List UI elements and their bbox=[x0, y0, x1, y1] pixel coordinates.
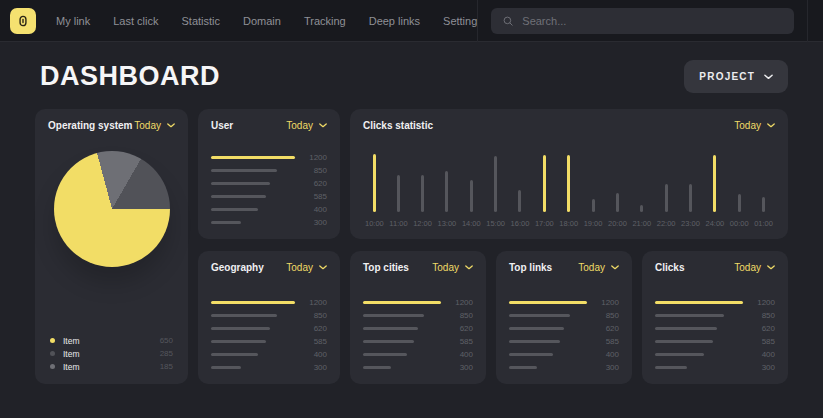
bar-value: 300 bbox=[751, 364, 775, 371]
card-header: User Today bbox=[211, 120, 327, 131]
bar bbox=[211, 366, 241, 369]
bar-value: 585 bbox=[751, 338, 775, 345]
bar bbox=[509, 366, 537, 369]
chevron-down-icon bbox=[767, 123, 775, 128]
bar-value: 620 bbox=[595, 325, 619, 332]
nav-link-my-link[interactable]: My link bbox=[56, 15, 90, 27]
nav-link-last-click[interactable]: Last click bbox=[113, 15, 158, 27]
clicks-bar-column: 12:00 bbox=[413, 175, 432, 228]
period-dropdown[interactable]: Today bbox=[734, 262, 775, 273]
time-label: 10:00 bbox=[365, 219, 384, 228]
bar-list: 1200850620585400300 bbox=[655, 299, 775, 373]
bar-value: 850 bbox=[751, 312, 775, 319]
legend-dot bbox=[50, 338, 55, 343]
card-title: Clicks bbox=[655, 262, 684, 273]
chevron-down-icon bbox=[465, 265, 473, 270]
bar-list: 1200850620585400300 bbox=[363, 299, 473, 373]
bar bbox=[616, 193, 619, 212]
time-label: 01:00 bbox=[754, 219, 773, 228]
bar-track bbox=[211, 182, 295, 185]
bar-value: 585 bbox=[449, 338, 473, 345]
account-button[interactable] bbox=[808, 0, 823, 42]
bar-row: 585 bbox=[211, 193, 327, 200]
bar-track bbox=[363, 314, 441, 317]
cards-grid: Operating system Today Item650Item285Ite… bbox=[35, 109, 788, 384]
page-title: DASHBOARD bbox=[40, 61, 220, 92]
period-dropdown[interactable]: Today bbox=[286, 120, 327, 131]
search-box[interactable] bbox=[491, 8, 794, 34]
bar-value: 400 bbox=[303, 351, 327, 358]
bar-track bbox=[211, 353, 295, 356]
bar bbox=[363, 327, 418, 330]
nav-link-domain[interactable]: Domain bbox=[243, 15, 281, 27]
period-label: Today bbox=[578, 262, 605, 273]
bar bbox=[655, 353, 704, 356]
clicks-bar-column: 01:00 bbox=[754, 197, 773, 228]
bar-track bbox=[509, 353, 587, 356]
logo[interactable] bbox=[10, 8, 36, 34]
bar bbox=[445, 171, 448, 212]
project-button[interactable]: PROJECT bbox=[684, 60, 788, 93]
bar-row: 400 bbox=[509, 351, 619, 358]
nav-link-statistic[interactable]: Statistic bbox=[181, 15, 220, 27]
bar-row: 400 bbox=[211, 351, 327, 358]
card-title: Operating system bbox=[48, 120, 132, 131]
clicks-bar-column: 11:00 bbox=[389, 175, 407, 228]
bar-row: 300 bbox=[509, 364, 619, 371]
bar-value: 850 bbox=[595, 312, 619, 319]
bar-value: 620 bbox=[449, 325, 473, 332]
bar bbox=[470, 180, 473, 212]
legend-item: Item650 bbox=[50, 336, 173, 345]
card-clicks: Clicks Today 1200850620585400300 bbox=[642, 251, 788, 384]
bar bbox=[665, 184, 668, 212]
bar-row: 850 bbox=[211, 167, 327, 174]
period-dropdown[interactable]: Today bbox=[286, 262, 327, 273]
bar-row: 300 bbox=[655, 364, 775, 371]
clicks-bar-column: 24:00 bbox=[705, 155, 724, 228]
period-dropdown[interactable]: Today bbox=[134, 120, 175, 131]
bar bbox=[509, 327, 564, 330]
bar bbox=[592, 199, 595, 212]
nav-link-deep-links[interactable]: Deep links bbox=[369, 15, 420, 27]
card-header: Clicks Today bbox=[655, 262, 775, 273]
bar bbox=[211, 208, 258, 211]
bar bbox=[518, 190, 521, 212]
bar-value: 1200 bbox=[303, 299, 327, 306]
time-label: 00:00 bbox=[730, 219, 749, 228]
period-dropdown[interactable]: Today bbox=[734, 120, 775, 131]
card-title: Geography bbox=[211, 262, 264, 273]
legend-value: 650 bbox=[160, 336, 173, 345]
bar bbox=[211, 353, 258, 356]
bar-value: 400 bbox=[449, 351, 473, 358]
bar-value: 300 bbox=[595, 364, 619, 371]
bar-row: 400 bbox=[363, 351, 473, 358]
bar-track bbox=[655, 314, 743, 317]
clicks-bar-column: 21:00 bbox=[632, 205, 651, 228]
bar-value: 585 bbox=[303, 338, 327, 345]
card-title: Clicks statistic bbox=[363, 120, 433, 131]
bar-track bbox=[211, 156, 295, 159]
nav-link-setting[interactable]: Setting bbox=[443, 15, 477, 27]
bar-row: 620 bbox=[211, 180, 327, 187]
pie-legend: Item650Item285Item185 bbox=[48, 336, 175, 373]
divider bbox=[477, 0, 478, 42]
bar-value: 850 bbox=[449, 312, 473, 319]
period-dropdown[interactable]: Today bbox=[432, 262, 473, 273]
bar-value: 1200 bbox=[449, 299, 473, 306]
bar-list: 1200850620585400300 bbox=[211, 299, 327, 373]
time-label: 20:00 bbox=[608, 219, 627, 228]
search-icon bbox=[502, 15, 514, 27]
bar bbox=[655, 301, 743, 304]
clicks-bar-column: 10:00 bbox=[365, 154, 384, 228]
time-label: 16:00 bbox=[511, 219, 530, 228]
time-label: 13:00 bbox=[438, 219, 457, 228]
search-input[interactable] bbox=[522, 15, 783, 27]
period-dropdown[interactable]: Today bbox=[578, 262, 619, 273]
nav-link-tracking[interactable]: Tracking bbox=[304, 15, 346, 27]
bar-track bbox=[211, 340, 295, 343]
bar-track bbox=[363, 353, 441, 356]
clicks-bar-column: 23:00 bbox=[681, 184, 700, 228]
card-header: Operating system Today bbox=[48, 120, 175, 131]
bar bbox=[494, 156, 497, 212]
time-label: 11:00 bbox=[389, 219, 407, 228]
